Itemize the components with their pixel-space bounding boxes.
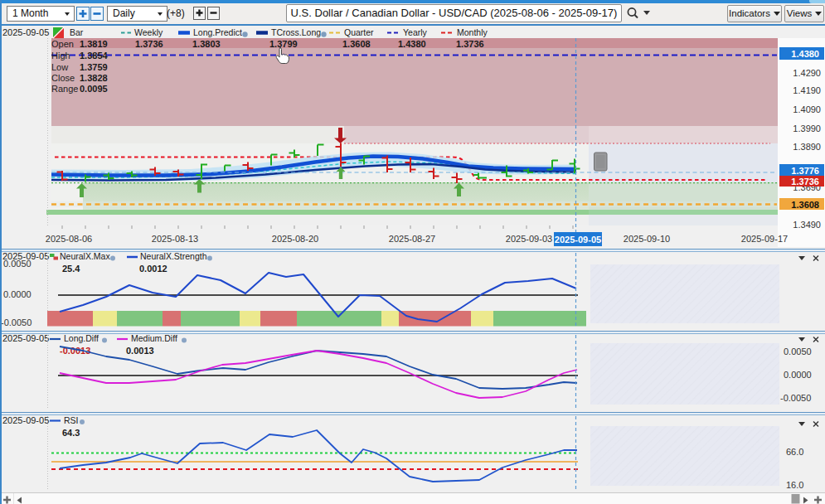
- svg-text:1.4380: 1.4380: [398, 39, 426, 49]
- svg-text:1.3759: 1.3759: [80, 62, 108, 72]
- svg-text:-0.0050: -0.0050: [1, 317, 32, 327]
- svg-text:1.3608: 1.3608: [342, 39, 371, 49]
- svg-text:16.0: 16.0: [786, 480, 803, 490]
- svg-text:1.3890: 1.3890: [793, 142, 821, 152]
- svg-text:2025-08-27: 2025-08-27: [389, 234, 435, 244]
- svg-text:1.4090: 1.4090: [793, 104, 821, 114]
- svg-text:Weekly: Weekly: [134, 27, 163, 37]
- svg-text:1.3828: 1.3828: [80, 73, 108, 83]
- svg-text:0.0012: 0.0012: [139, 264, 167, 274]
- svg-text:Range: Range: [51, 84, 78, 94]
- svg-text:2025-09-10: 2025-09-10: [624, 234, 670, 244]
- svg-text:High: High: [51, 51, 70, 61]
- svg-text:0.0013: 0.0013: [126, 346, 154, 356]
- svg-text:1.3736: 1.3736: [135, 39, 163, 49]
- svg-text:Medium.Diff: Medium.Diff: [131, 333, 177, 343]
- svg-text:1.3799: 1.3799: [269, 39, 298, 49]
- svg-text:1.4380: 1.4380: [791, 49, 819, 59]
- svg-text:Long.Predict: Long.Predict: [193, 27, 242, 37]
- svg-text:Monthly: Monthly: [457, 27, 488, 37]
- svg-text:1.3803: 1.3803: [192, 39, 221, 49]
- svg-text:NeuralX.Max: NeuralX.Max: [60, 251, 110, 261]
- svg-text:RSI: RSI: [64, 415, 79, 425]
- svg-text:66.0: 66.0: [786, 447, 803, 457]
- svg-text:1.3819: 1.3819: [80, 39, 108, 49]
- svg-text:2025-08-13: 2025-08-13: [152, 234, 198, 244]
- svg-text:2025-08-20: 2025-08-20: [272, 234, 318, 244]
- svg-text:2025-09-03: 2025-09-03: [506, 234, 552, 244]
- svg-text:1.3608: 1.3608: [791, 200, 819, 210]
- svg-text:Quarter: Quarter: [344, 27, 374, 37]
- svg-text:Bar: Bar: [70, 27, 84, 37]
- svg-text:0.0095: 0.0095: [80, 84, 108, 94]
- svg-text:25.4: 25.4: [62, 264, 80, 274]
- svg-text:0.0000: 0.0000: [784, 370, 812, 380]
- svg-text:NeuralX.Strength: NeuralX.Strength: [140, 251, 207, 261]
- svg-text:2025-09-05: 2025-09-05: [2, 333, 49, 343]
- svg-text:1.3776: 1.3776: [791, 166, 819, 176]
- svg-text:2025-09-17: 2025-09-17: [741, 234, 788, 244]
- svg-text:1.3490: 1.3490: [793, 220, 821, 230]
- svg-text:2025-09-05: 2025-09-05: [2, 27, 49, 37]
- svg-text:64.3: 64.3: [62, 428, 80, 438]
- svg-text:Open: Open: [51, 39, 74, 49]
- svg-text:2025-09-05: 2025-09-05: [2, 415, 49, 425]
- svg-text:0.0050: 0.0050: [784, 346, 812, 356]
- svg-text:Long.Diff: Long.Diff: [64, 333, 99, 343]
- svg-text:Low: Low: [51, 62, 68, 72]
- svg-text:0.0050: 0.0050: [3, 259, 32, 269]
- svg-text:TCross.Long: TCross.Long: [271, 27, 321, 37]
- svg-text:-0.0050: -0.0050: [780, 393, 811, 403]
- svg-text:1.3736: 1.3736: [456, 39, 484, 49]
- svg-text:1.4290: 1.4290: [793, 68, 821, 78]
- svg-text:1.3736: 1.3736: [791, 177, 819, 187]
- svg-text:1.3854: 1.3854: [80, 51, 109, 61]
- svg-text:0.0000: 0.0000: [3, 289, 32, 299]
- svg-text:2025-09-05: 2025-09-05: [555, 235, 601, 245]
- svg-text:1.4190: 1.4190: [793, 85, 821, 95]
- svg-text:Close: Close: [51, 73, 75, 83]
- svg-text:1.3990: 1.3990: [793, 124, 821, 133]
- svg-text:Yearly: Yearly: [403, 27, 428, 37]
- svg-text:2025-08-06: 2025-08-06: [46, 234, 92, 244]
